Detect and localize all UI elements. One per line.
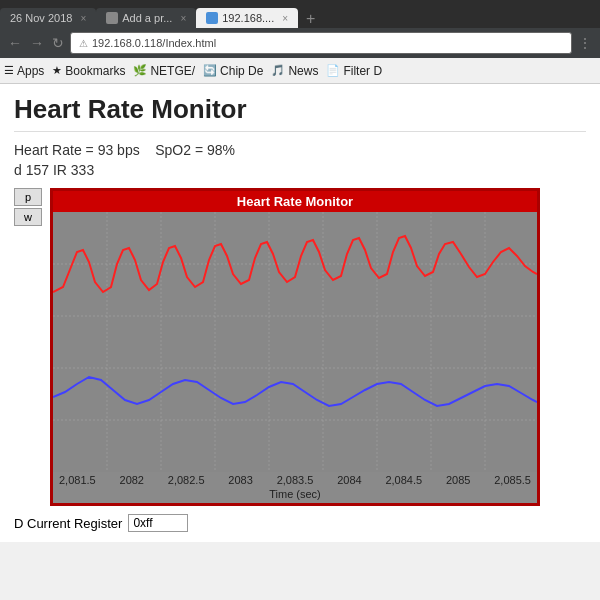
new-tab-button[interactable]: + (298, 10, 323, 28)
tab-date-close[interactable]: × (80, 13, 86, 24)
register-label: D Current Register (14, 516, 122, 531)
x-label-2: 2,082.5 (168, 474, 205, 486)
forward-button[interactable]: → (28, 35, 46, 51)
tab-active-favicon (206, 12, 218, 24)
page-title: Heart Rate Monitor (14, 94, 586, 132)
address-bar-row: ← → ↻ ⚠ 192.168.0.118/Index.html ⋮ (0, 28, 600, 58)
tab-date-title: 26 Nov 2018 (10, 12, 72, 24)
tab-add-favicon (106, 12, 118, 24)
x-label-6: 2,084.5 (385, 474, 422, 486)
star-icon: ★ (52, 64, 62, 77)
tab-active-close[interactable]: × (282, 13, 288, 24)
register-row: D Current Register (14, 514, 586, 532)
chart-container: Heart Rate Monitor (50, 188, 540, 506)
tab-add[interactable]: Add a pr... × (96, 8, 196, 28)
chart-body (53, 212, 537, 472)
bookmark-netge-label: NETGE/ (150, 64, 195, 78)
x-axis-labels: 2,081.5 2082 2,082.5 2083 2,083.5 2084 2… (53, 472, 537, 488)
bookmarks-bar: ☰ Apps ★ Bookmarks 🌿 NETGE/ 🔄 Chip De 🎵 … (0, 58, 600, 84)
browser-chrome: 26 Nov 2018 × Add a pr... × 192.168.... … (0, 0, 600, 84)
bookmark-filter-label: Filter D (343, 64, 382, 78)
bookmark-apps[interactable]: ☰ Apps (4, 64, 44, 78)
page-content: Heart Rate Monitor Heart Rate = 93 bps S… (0, 84, 600, 542)
tab-add-close[interactable]: × (180, 13, 186, 24)
tab-add-title: Add a pr... (122, 12, 172, 24)
refresh-button[interactable]: ↻ (50, 35, 66, 51)
register-input[interactable] (128, 514, 188, 532)
btn-p[interactable]: p (14, 188, 42, 206)
bookmark-bookmarks[interactable]: ★ Bookmarks (52, 64, 125, 78)
bookmark-news-label: News (288, 64, 318, 78)
bookmark-netge[interactable]: 🌿 NETGE/ (133, 64, 195, 78)
tab-active[interactable]: 192.168.... × (196, 8, 298, 28)
button-group: p w (14, 188, 42, 226)
not-secure-icon: ⚠ (79, 38, 88, 49)
news-icon: 🎵 (271, 64, 285, 77)
spo2-value: SpO2 = 98% (155, 142, 235, 158)
x-label-1: 2082 (120, 474, 144, 486)
x-label-5: 2084 (337, 474, 361, 486)
x-label-8: 2,085.5 (494, 474, 531, 486)
bookmark-chipde[interactable]: 🔄 Chip De (203, 64, 263, 78)
filter-icon: 📄 (326, 64, 340, 77)
heart-rate-value: Heart Rate = 93 bps (14, 142, 140, 158)
tab-date[interactable]: 26 Nov 2018 × (0, 8, 96, 28)
netge-icon: 🌿 (133, 64, 147, 77)
menu-button[interactable]: ⋮ (576, 35, 594, 51)
btn-w[interactable]: w (14, 208, 42, 226)
x-axis-title: Time (sec) (53, 488, 537, 503)
chart-header: Heart Rate Monitor (53, 191, 537, 212)
bookmark-bookmarks-label: Bookmarks (65, 64, 125, 78)
x-label-7: 2085 (446, 474, 470, 486)
stats-row: Heart Rate = 93 bps SpO2 = 98% (14, 142, 586, 158)
address-bar[interactable]: ⚠ 192.168.0.118/Index.html (70, 32, 572, 54)
apps-icon: ☰ (4, 64, 14, 77)
back-button[interactable]: ← (6, 35, 24, 51)
tab-bar: 26 Nov 2018 × Add a pr... × 192.168.... … (0, 0, 600, 28)
bookmark-filter[interactable]: 📄 Filter D (326, 64, 382, 78)
chipde-icon: 🔄 (203, 64, 217, 77)
tab-active-title: 192.168.... (222, 12, 274, 24)
x-label-0: 2,081.5 (59, 474, 96, 486)
sensor-row: d 157 IR 333 (14, 162, 586, 178)
bookmark-apps-label: Apps (17, 64, 44, 78)
x-label-4: 2,083.5 (277, 474, 314, 486)
bookmark-chipde-label: Chip De (220, 64, 263, 78)
x-label-3: 2083 (228, 474, 252, 486)
bookmark-news[interactable]: 🎵 News (271, 64, 318, 78)
address-text: 192.168.0.118/Index.html (92, 37, 216, 49)
